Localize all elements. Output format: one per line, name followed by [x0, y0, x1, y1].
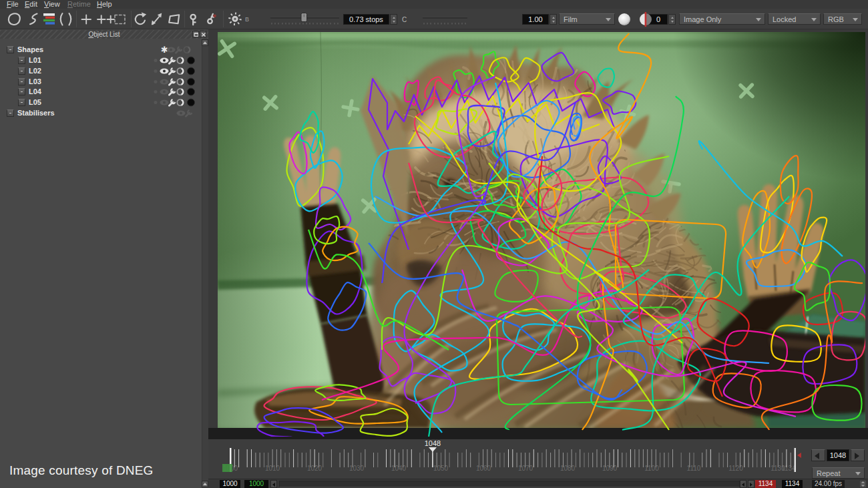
- svg-text:B: B: [245, 16, 249, 23]
- svg-text:1030: 1030: [349, 465, 365, 472]
- svg-text:1060: 1060: [476, 465, 491, 472]
- svg-text:1070: 1070: [518, 465, 533, 472]
- svg-text:C: C: [402, 16, 407, 23]
- svg-text:1134: 1134: [781, 465, 796, 472]
- svg-text:1048: 1048: [425, 439, 441, 447]
